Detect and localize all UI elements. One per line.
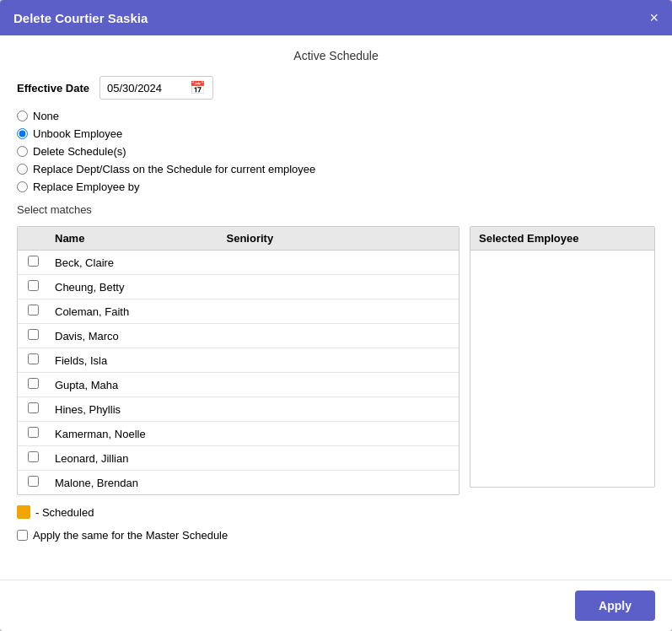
col-seniority-header: Seniority (220, 227, 459, 251)
selected-employee-header: Selected Employee (470, 227, 654, 251)
table-header-row: Name Seniority (18, 227, 459, 251)
radio-replace-emp-input[interactable] (17, 181, 28, 192)
row-checkbox[interactable] (28, 427, 39, 438)
employee-table-wrapper: Name Seniority Beck, Claire Cheung, B (17, 226, 460, 495)
row-checkbox[interactable] (28, 378, 39, 389)
radio-replace-emp[interactable]: Replace Employee by (17, 181, 655, 193)
row-checkbox-cell (18, 446, 48, 471)
master-schedule-checkbox[interactable] (17, 530, 28, 541)
radio-replace-dept-input[interactable] (17, 164, 28, 175)
radio-delete-schedule-label: Delete Schedule(s) (33, 145, 126, 158)
row-name: Fields, Isla (48, 348, 411, 373)
row-checkbox-cell (18, 324, 48, 348)
radio-options: None Unbook Employee Delete Schedule(s) … (17, 110, 655, 193)
row-checkbox[interactable] (28, 256, 39, 267)
row-seniority (411, 471, 459, 495)
table-row: Kamerman, Noelle (18, 422, 459, 446)
master-schedule-row: Apply the same for the Master Schedule (17, 529, 655, 542)
legend-row: - Scheduled (17, 505, 655, 519)
table-row: Fields, Isla (18, 348, 459, 373)
table-row: Davis, Marco (18, 324, 459, 348)
effective-date-row: Effective Date 📅 (17, 76, 655, 100)
table-row: Beck, Claire (18, 251, 459, 275)
row-name: Coleman, Faith (48, 299, 411, 324)
row-seniority (411, 373, 459, 397)
row-seniority (411, 348, 459, 373)
effective-date-label: Effective Date (17, 82, 89, 94)
row-name: Beck, Claire (48, 251, 411, 275)
row-seniority (411, 422, 459, 446)
table-row: Gupta, Maha (18, 373, 459, 397)
row-checkbox[interactable] (28, 305, 39, 316)
radio-delete-schedule[interactable]: Delete Schedule(s) (17, 145, 655, 158)
modal-title: Delete Courtier Saskia (13, 11, 148, 25)
select-matches-label: Select matches (17, 203, 655, 216)
col-name-header: Name (48, 227, 220, 251)
row-checkbox[interactable] (28, 353, 39, 364)
row-name: Davis, Marco (48, 324, 411, 348)
radio-unbook-input[interactable] (17, 128, 28, 139)
row-name: Cheung, Betty (48, 275, 411, 299)
row-seniority (411, 397, 459, 422)
modal-header: Delete Courtier Saskia × (0, 0, 672, 35)
row-seniority (411, 324, 459, 348)
scheduled-legend-box (17, 505, 30, 519)
row-name: Hines, Phyllis (48, 397, 411, 422)
row-checkbox-cell (18, 251, 48, 275)
legend-label: - Scheduled (35, 506, 94, 519)
apply-button[interactable]: Apply (575, 591, 655, 621)
table-row: Leonard, Jillian (18, 446, 459, 471)
radio-replace-dept[interactable]: Replace Dept/Class on the Schedule for c… (17, 163, 655, 175)
row-checkbox-cell (18, 299, 48, 324)
tables-row: Name Seniority Beck, Claire Cheung, B (17, 226, 655, 495)
row-name: Kamerman, Noelle (48, 422, 411, 446)
radio-replace-emp-label: Replace Employee by (33, 181, 139, 193)
radio-none-label: None (33, 110, 59, 122)
table-row: Coleman, Faith (18, 299, 459, 324)
effective-date-input[interactable] (107, 82, 183, 94)
table-row: Malone, Brendan (18, 471, 459, 495)
radio-none-input[interactable] (17, 111, 28, 121)
table-row: Cheung, Betty (18, 275, 459, 299)
row-checkbox[interactable] (28, 402, 39, 413)
row-name: Gupta, Maha (48, 373, 411, 397)
date-input-wrapper: 📅 (99, 76, 213, 100)
radio-unbook[interactable]: Unbook Employee (17, 127, 655, 140)
employee-table: Name Seniority (18, 227, 459, 251)
radio-delete-schedule-input[interactable] (17, 146, 28, 157)
calendar-icon[interactable]: 📅 (190, 80, 206, 95)
col-checkbox-header (18, 227, 48, 251)
row-checkbox-cell (18, 275, 48, 299)
row-checkbox[interactable] (28, 476, 39, 487)
row-seniority (411, 251, 459, 275)
row-seniority (411, 299, 459, 324)
row-checkbox[interactable] (28, 329, 39, 340)
row-name: Malone, Brendan (48, 471, 411, 495)
row-checkbox[interactable] (28, 451, 39, 462)
row-checkbox-cell (18, 397, 48, 422)
selected-employee-panel: Selected Employee (470, 226, 655, 488)
modal-body: Active Schedule Effective Date 📅 None Un… (0, 35, 672, 580)
row-checkbox-cell (18, 422, 48, 446)
row-checkbox-cell (18, 471, 48, 495)
row-checkbox-cell (18, 348, 48, 373)
radio-none[interactable]: None (17, 110, 655, 122)
row-checkbox-cell (18, 373, 48, 397)
row-seniority (411, 275, 459, 299)
master-schedule-label: Apply the same for the Master Schedule (33, 529, 228, 542)
employee-table-body: Beck, Claire Cheung, Betty Coleman, Fait… (18, 251, 459, 494)
table-row: Hines, Phyllis (18, 397, 459, 422)
schedule-title: Active Schedule (17, 49, 655, 62)
radio-unbook-label: Unbook Employee (33, 127, 122, 140)
table-scroll-wrapper: Beck, Claire Cheung, Betty Coleman, Fait… (18, 251, 459, 494)
radio-replace-dept-label: Replace Dept/Class on the Schedule for c… (33, 163, 315, 175)
row-checkbox[interactable] (28, 280, 39, 291)
close-button[interactable]: × (649, 10, 659, 25)
modal-dialog: Delete Courtier Saskia × Active Schedule… (0, 0, 672, 631)
row-seniority (411, 446, 459, 471)
modal-footer: Apply (0, 580, 672, 631)
row-name: Leonard, Jillian (48, 446, 411, 471)
